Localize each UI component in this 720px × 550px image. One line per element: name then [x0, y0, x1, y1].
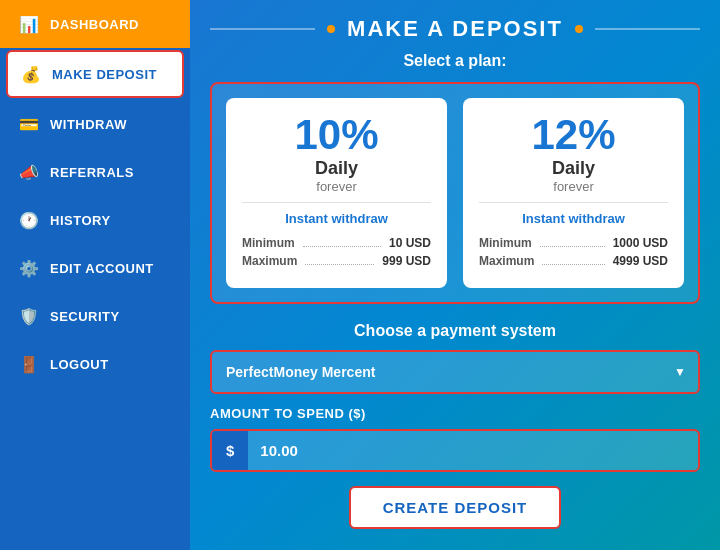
history-icon: 🕐 — [18, 209, 40, 231]
plan-max-value-0: 999 USD — [382, 254, 431, 268]
sidebar-item-history[interactable]: 🕐HISTORY — [0, 196, 190, 244]
amount-label: AMOUNT TO SPEND ($) — [210, 406, 700, 421]
plan-duration-0: forever — [242, 179, 431, 194]
plan-min-row-1: Minimum 1000 USD — [479, 236, 668, 250]
plan-max-dots-1 — [542, 254, 604, 265]
plan-min-dots-0 — [303, 236, 381, 247]
plan-max-row-0: Maximum 999 USD — [242, 254, 431, 268]
plan-divider-1 — [479, 202, 668, 203]
create-button-wrapper: CREATE DEPOSIT — [210, 486, 700, 529]
payment-select[interactable]: PerfectMoney MercentBitcoinEthereumLitec… — [212, 352, 698, 392]
plan-min-value-0: 10 USD — [389, 236, 431, 250]
sidebar-label-logout: LOGOUT — [50, 357, 109, 372]
plan-period-1: Daily — [479, 158, 668, 179]
plan-withdraw-1: Instant withdraw — [479, 211, 668, 226]
create-deposit-button[interactable]: CREATE DEPOSIT — [349, 486, 562, 529]
header-line-right — [595, 28, 700, 30]
header-dot-right — [575, 25, 583, 33]
plan-min-dots-1 — [540, 236, 605, 247]
amount-input-wrapper: $ — [210, 429, 700, 472]
plans-container: 10% Daily forever Instant withdraw Minim… — [210, 82, 700, 304]
page-title: MAKE A DEPOSIT — [347, 16, 563, 42]
plan-duration-1: forever — [479, 179, 668, 194]
header-line-left — [210, 28, 315, 30]
plan-min-row-0: Minimum 10 USD — [242, 236, 431, 250]
plan-min-label-1: Minimum — [479, 236, 532, 250]
sidebar-label-edit-account: EDIT ACCOUNT — [50, 261, 154, 276]
sidebar-item-withdraw[interactable]: 💳WITHDRAW — [0, 100, 190, 148]
sidebar-item-dashboard[interactable]: 📊DASHBOARD — [0, 0, 190, 48]
plan-divider-0 — [242, 202, 431, 203]
payment-section-title: Choose a payment system — [210, 322, 700, 340]
referrals-icon: 📣 — [18, 161, 40, 183]
plan-card-0[interactable]: 10% Daily forever Instant withdraw Minim… — [226, 98, 447, 288]
plan-card-1[interactable]: 12% Daily forever Instant withdraw Minim… — [463, 98, 684, 288]
plan-details-0: Minimum 10 USD Maximum 999 USD — [242, 236, 431, 268]
amount-section: AMOUNT TO SPEND ($) $ — [210, 406, 700, 472]
amount-input[interactable] — [248, 431, 698, 470]
sidebar-label-withdraw: WITHDRAW — [50, 117, 127, 132]
make-deposit-icon: 💰 — [20, 63, 42, 85]
plan-max-value-1: 4999 USD — [613, 254, 668, 268]
sidebar-label-make-deposit: MAKE DEPOSIT — [52, 67, 157, 82]
security-icon: 🛡️ — [18, 305, 40, 327]
logout-icon: 🚪 — [18, 353, 40, 375]
sidebar-label-history: HISTORY — [50, 213, 111, 228]
sidebar-item-make-deposit[interactable]: 💰MAKE DEPOSIT — [6, 50, 184, 98]
plan-max-label-1: Maximum — [479, 254, 534, 268]
edit-account-icon: ⚙️ — [18, 257, 40, 279]
sidebar-item-edit-account[interactable]: ⚙️EDIT ACCOUNT — [0, 244, 190, 292]
page-header: MAKE A DEPOSIT — [210, 0, 700, 52]
sidebar-label-dashboard: DASHBOARD — [50, 17, 139, 32]
sidebar-item-logout[interactable]: 🚪LOGOUT — [0, 340, 190, 388]
plan-min-label-0: Minimum — [242, 236, 295, 250]
main-content: MAKE A DEPOSIT Select a plan: 10% Daily … — [190, 0, 720, 550]
plan-max-dots-0 — [305, 254, 374, 265]
plan-max-row-1: Maximum 4999 USD — [479, 254, 668, 268]
sidebar-label-security: SECURITY — [50, 309, 120, 324]
plan-rate-1: 12% — [479, 114, 668, 156]
dashboard-icon: 📊 — [18, 13, 40, 35]
payment-select-wrapper: PerfectMoney MercentBitcoinEthereumLitec… — [210, 350, 700, 394]
sidebar-item-referrals[interactable]: 📣REFERRALS — [0, 148, 190, 196]
plan-rate-0: 10% — [242, 114, 431, 156]
plan-section-title: Select a plan: — [210, 52, 700, 70]
plan-details-1: Minimum 1000 USD Maximum 4999 USD — [479, 236, 668, 268]
sidebar: 📊DASHBOARD💰MAKE DEPOSIT💳WITHDRAW📣REFERRA… — [0, 0, 190, 550]
sidebar-label-referrals: REFERRALS — [50, 165, 134, 180]
withdraw-icon: 💳 — [18, 113, 40, 135]
plan-period-0: Daily — [242, 158, 431, 179]
plan-withdraw-0: Instant withdraw — [242, 211, 431, 226]
header-dot-left — [327, 25, 335, 33]
amount-prefix: $ — [212, 431, 248, 470]
payment-section: Choose a payment system PerfectMoney Mer… — [210, 322, 700, 394]
plan-max-label-0: Maximum — [242, 254, 297, 268]
plan-min-value-1: 1000 USD — [613, 236, 668, 250]
sidebar-item-security[interactable]: 🛡️SECURITY — [0, 292, 190, 340]
